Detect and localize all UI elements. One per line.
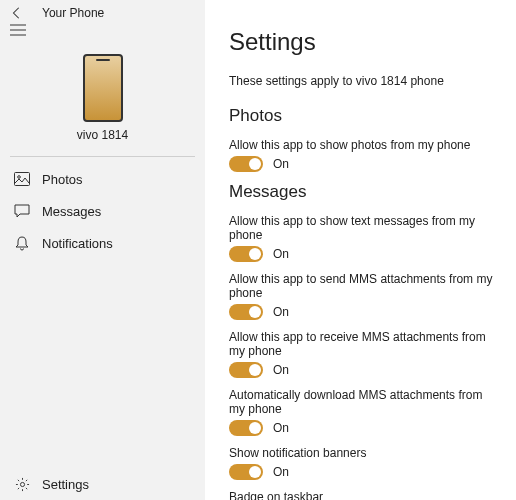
- toggle-photos-show[interactable]: [229, 156, 263, 172]
- section-heading-photos: Photos: [229, 106, 498, 126]
- toggle-messages-show[interactable]: [229, 246, 263, 262]
- toggle-state: On: [273, 363, 289, 377]
- phone-icon: [83, 54, 123, 122]
- app-title: Your Phone: [42, 6, 104, 20]
- setting-label: Allow this app to receive MMS attachment…: [229, 330, 498, 358]
- toggle-mms-auto[interactable]: [229, 420, 263, 436]
- svg-rect-3: [15, 173, 30, 186]
- sidebar-item-messages[interactable]: Messages: [0, 195, 205, 227]
- nav: Photos Messages Notifications: [0, 161, 205, 468]
- page-subtitle: These settings apply to vivo 1814 phone: [229, 74, 498, 88]
- svg-point-4: [18, 176, 21, 179]
- toggle-row: On: [229, 420, 498, 436]
- toggle-mms-send[interactable]: [229, 304, 263, 320]
- toggle-state: On: [273, 247, 289, 261]
- toggle-notif-banners[interactable]: [229, 464, 263, 480]
- sidebar-item-notifications[interactable]: Notifications: [0, 227, 205, 259]
- device-preview: vivo 1814: [0, 44, 205, 150]
- toggle-row: On: [229, 304, 498, 320]
- svg-point-5: [20, 482, 24, 486]
- toggle-row: On: [229, 156, 498, 172]
- setting-label: Allow this app to show photos from my ph…: [229, 138, 498, 152]
- toggle-state: On: [273, 157, 289, 171]
- toggle-mms-receive[interactable]: [229, 362, 263, 378]
- sidebar: Your Phone vivo 1814 Photos Messages: [0, 0, 205, 500]
- setting-label: Show notification banners: [229, 446, 498, 460]
- menu-icon[interactable]: [0, 24, 205, 44]
- header-row: Your Phone: [0, 0, 205, 24]
- bell-icon: [14, 235, 30, 251]
- toggle-row: On: [229, 464, 498, 480]
- main-content: Settings These settings apply to vivo 18…: [205, 0, 516, 500]
- toggle-state: On: [273, 305, 289, 319]
- divider: [10, 156, 195, 157]
- toggle-state: On: [273, 421, 289, 435]
- page-title: Settings: [229, 28, 498, 56]
- toggle-state: On: [273, 465, 289, 479]
- toggle-row: On: [229, 246, 498, 262]
- sidebar-item-label: Messages: [42, 204, 101, 219]
- sidebar-item-label: Settings: [42, 477, 89, 492]
- sidebar-item-photos[interactable]: Photos: [0, 163, 205, 195]
- setting-label: Allow this app to send MMS attachments f…: [229, 272, 498, 300]
- back-icon[interactable]: [10, 6, 24, 20]
- setting-label: Allow this app to show text messages fro…: [229, 214, 498, 242]
- gear-icon: [14, 476, 30, 492]
- messages-icon: [14, 203, 30, 219]
- section-heading-messages: Messages: [229, 182, 498, 202]
- setting-label: Badge on taskbar: [229, 490, 498, 500]
- sidebar-footer: Settings: [0, 468, 205, 500]
- photos-icon: [14, 171, 30, 187]
- sidebar-item-settings[interactable]: Settings: [0, 468, 205, 500]
- sidebar-item-label: Notifications: [42, 236, 113, 251]
- setting-label: Automatically download MMS attachments f…: [229, 388, 498, 416]
- toggle-row: On: [229, 362, 498, 378]
- sidebar-item-label: Photos: [42, 172, 82, 187]
- device-name: vivo 1814: [77, 128, 128, 142]
